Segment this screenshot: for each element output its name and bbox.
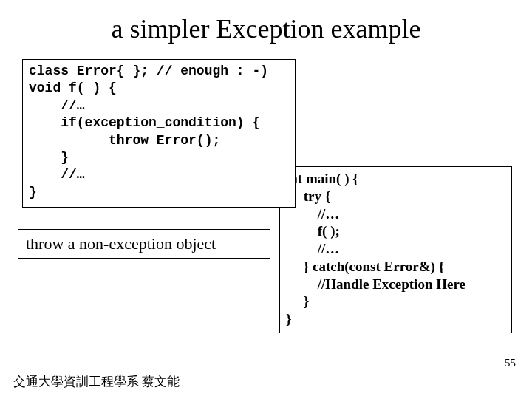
slide-title: a simpler Exception example	[0, 0, 532, 44]
annotation-box: throw a non-exception object	[18, 229, 270, 259]
footer-text: 交通大學資訓工程學系 蔡文能	[13, 373, 180, 390]
annotation-text: throw a non-exception object	[26, 234, 216, 253]
code-box-class-error: class Error{ }; // enough : -) void f( )…	[22, 59, 296, 208]
page-number: 55	[505, 357, 516, 369]
code-main: int main( ) { try { //… f( ); //… } catc…	[286, 170, 505, 328]
code-box-main: int main( ) { try { //… f( ); //… } catc…	[279, 166, 512, 333]
code-class-error: class Error{ }; // enough : -) void f( )…	[29, 63, 289, 201]
